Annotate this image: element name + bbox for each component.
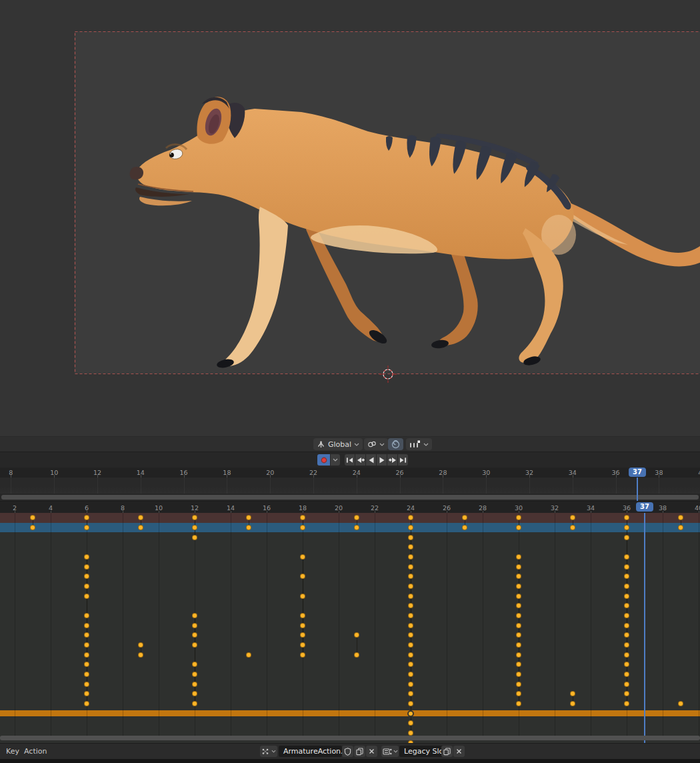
keyframe[interactable] [408,701,413,706]
keyframe[interactable] [138,642,143,648]
duplicate-action-button[interactable] [354,746,365,757]
keyframe[interactable] [300,594,305,599]
snapping-dropdown[interactable] [364,438,388,450]
keyframe[interactable] [84,662,89,667]
keyframe[interactable] [354,652,359,658]
keyframe[interactable] [678,701,683,706]
keyframe[interactable] [624,525,629,530]
keyframe[interactable] [138,525,143,530]
keying-popover-button[interactable] [331,454,340,466]
action-name-field[interactable]: ArmatureAction.002 [279,746,342,757]
dopesheet-key-area[interactable] [0,513,700,743]
timeline-current-frame-badge[interactable]: 37 [629,468,646,477]
auto-keying-record-button[interactable] [317,454,330,466]
keyframe[interactable] [408,662,413,667]
keyframe[interactable] [678,525,683,530]
keyframe[interactable] [408,740,413,743]
unlink-action-button[interactable] [366,746,377,757]
timeline-scrollbar[interactable] [0,494,700,501]
keyframe[interactable] [192,525,197,530]
keyframe[interactable] [624,584,629,589]
proportional-editing-toggle[interactable] [388,438,403,450]
keyframe[interactable] [408,691,413,696]
jump-to-prev-keyframe-button[interactable] [355,454,365,466]
keyframe[interactable] [516,682,521,687]
keyframe[interactable] [624,564,629,570]
timeline-ruler[interactable]: 810121416182022242628303234363840 [0,468,700,478]
keyframe[interactable] [408,632,413,638]
keyframe[interactable] [192,691,197,696]
keyframe[interactable] [624,672,629,677]
keyframe[interactable] [570,525,575,530]
keyframe[interactable] [354,525,359,530]
keyframe[interactable] [408,730,413,736]
play-reverse-button[interactable] [366,454,376,466]
keyframe[interactable] [192,662,197,667]
keyframe[interactable] [192,642,197,648]
play-button[interactable] [377,454,387,466]
keyframe[interactable] [354,632,359,638]
keyframe[interactable] [84,701,89,706]
selected-channel-row[interactable] [0,710,700,716]
keyframe[interactable] [408,535,413,540]
keyframe[interactable] [516,632,521,638]
keyframe[interactable] [408,594,413,599]
duplicate-slot-button[interactable] [441,746,453,757]
keyframe[interactable] [624,574,629,579]
dopesheet-playhead[interactable] [644,513,645,743]
fake-user-button[interactable] [342,746,353,757]
keyframe[interactable] [84,554,89,560]
keyframe[interactable] [84,642,89,648]
keyframe[interactable] [408,613,413,618]
keyframe[interactable] [624,632,629,638]
keyframe[interactable] [462,525,467,530]
action-group-row[interactable] [0,523,700,533]
keyframe[interactable] [192,682,197,687]
slot-selector-button[interactable] [381,746,399,757]
keyframe[interactable] [516,662,521,667]
keyframe[interactable] [84,594,89,599]
keyframe[interactable] [516,691,521,696]
keyframe[interactable] [624,642,629,648]
keyframe[interactable] [570,701,575,706]
keyframe[interactable] [84,564,89,570]
keyframe[interactable] [408,544,413,550]
keyframe[interactable] [516,613,521,618]
keyframe[interactable] [408,564,413,570]
transform-orientation-dropdown[interactable]: Global [313,438,363,450]
3d-viewport[interactable] [0,0,700,436]
keyframe[interactable] [300,632,305,638]
keyframe[interactable] [408,584,413,589]
keyframe[interactable] [84,672,89,677]
keyframe[interactable] [84,613,89,618]
keyframe[interactable] [624,554,629,560]
keyframe[interactable] [624,594,629,599]
keyframe[interactable] [300,623,305,628]
keyframe[interactable] [407,710,414,717]
keyframe[interactable] [84,691,89,696]
keyframe[interactable] [300,613,305,618]
menu-key[interactable]: Key [6,747,19,756]
keyframe[interactable] [84,584,89,589]
keyframe[interactable] [192,613,197,618]
keyframe[interactable] [300,554,305,560]
keyframe[interactable] [84,632,89,638]
keyframe[interactable] [624,623,629,628]
keyframe[interactable] [84,525,89,530]
keyframe[interactable] [138,652,143,658]
dopesheet-scrollbar[interactable] [0,736,700,740]
keyframe[interactable] [624,613,629,618]
keyframe[interactable] [192,535,197,540]
keyframe[interactable] [408,574,413,579]
menu-action[interactable]: Action [24,747,47,756]
keyframe[interactable] [408,682,413,687]
keyframe[interactable] [408,652,413,658]
slot-name-field[interactable]: Legacy Slot [399,746,447,757]
keyframe[interactable] [516,672,521,677]
keyframe[interactable] [246,525,251,530]
keyframe[interactable] [516,603,521,608]
jump-to-start-button[interactable] [345,454,355,466]
unlink-slot-button[interactable] [453,746,465,757]
keyframe[interactable] [300,652,305,658]
keyframe[interactable] [516,642,521,648]
